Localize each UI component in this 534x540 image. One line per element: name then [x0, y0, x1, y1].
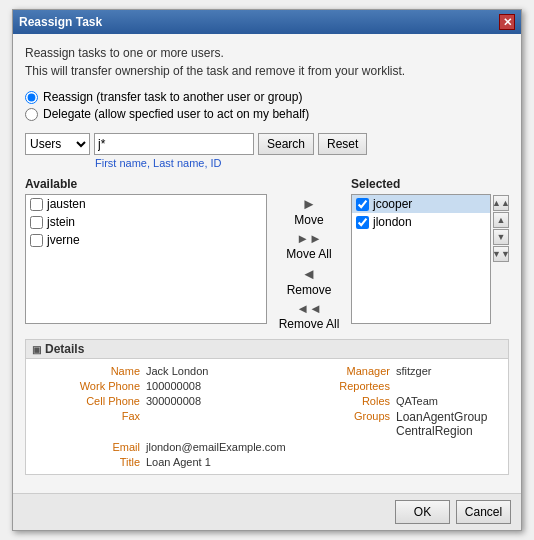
- search-hint: First name, Last name, ID: [95, 157, 509, 169]
- transfer-buttons: ► Move ►► Move All ◄ Remove ◄◄ Remove Al…: [273, 177, 345, 331]
- selected-item-label: jlondon: [373, 215, 412, 229]
- work-phone-value: 100000008: [146, 380, 326, 392]
- list-item[interactable]: jcooper: [352, 195, 490, 213]
- radio-delegate-label: Delegate (allow specfied user to act on …: [43, 107, 309, 121]
- available-label: Available: [25, 177, 267, 191]
- scroll-down-button[interactable]: ▼: [493, 229, 509, 245]
- reassign-task-dialog: Reassign Task ✕ Reassign tasks to one or…: [12, 9, 522, 531]
- search-type-select[interactable]: Users Groups: [25, 133, 90, 155]
- selected-item-check-jcooper[interactable]: [356, 198, 369, 211]
- email-value: jlondon@emailExample.com: [146, 441, 326, 453]
- title-value: Loan Agent 1: [146, 456, 326, 468]
- radio-group: Reassign (transfer task to another user …: [25, 90, 509, 121]
- details-title: Details: [45, 342, 84, 356]
- main-area: Available jausten jstein jverne: [25, 177, 509, 331]
- close-button[interactable]: ✕: [499, 14, 515, 30]
- name-value: Jack London: [146, 365, 326, 377]
- radio-reassign[interactable]: [25, 91, 38, 104]
- radio-row-delegate: Delegate (allow specfied user to act on …: [25, 107, 509, 121]
- dialog-body: Reassign tasks to one or more users. Thi…: [13, 34, 521, 493]
- work-phone-label: Work Phone: [36, 380, 146, 392]
- scroll-buttons: ▲▲ ▲ ▼ ▼▼: [493, 177, 509, 324]
- email-label: Email: [36, 441, 146, 453]
- details-header[interactable]: ▣ Details: [26, 340, 508, 359]
- selected-area: Selected jcooper jlondon ▲▲ ▲: [351, 177, 509, 324]
- details-body: Name Jack London Manager sfitzger Work P…: [26, 359, 508, 474]
- reset-button[interactable]: Reset: [318, 133, 367, 155]
- remove-all-button[interactable]: ◄◄ Remove All: [279, 301, 340, 331]
- available-list[interactable]: jausten jstein jverne: [25, 194, 267, 324]
- list-item[interactable]: jausten: [26, 195, 266, 213]
- radio-row-reassign: Reassign (transfer task to another user …: [25, 90, 509, 104]
- ok-button[interactable]: OK: [395, 500, 450, 524]
- available-item-check-jstein[interactable]: [30, 216, 43, 229]
- scroll-top-button[interactable]: ▲▲: [493, 195, 509, 211]
- selected-item-check-jlondon[interactable]: [356, 216, 369, 229]
- list-item[interactable]: jlondon: [352, 213, 490, 231]
- dialog-footer: OK Cancel: [13, 493, 521, 530]
- title-bar: Reassign Task ✕: [13, 10, 521, 34]
- selected-panel: Selected jcooper jlondon: [351, 177, 491, 324]
- available-panel: Available jausten jstein jverne: [25, 177, 267, 324]
- scroll-up-button[interactable]: ▲: [493, 212, 509, 228]
- title-label: Title: [36, 456, 146, 468]
- reportees-value: [396, 380, 498, 392]
- available-item-check-jausten[interactable]: [30, 198, 43, 211]
- manager-label: Manager: [326, 365, 396, 377]
- move-all-button[interactable]: ►► Move All: [286, 231, 331, 261]
- selected-label: Selected: [351, 177, 491, 191]
- description: Reassign tasks to one or more users. Thi…: [25, 44, 509, 80]
- search-input[interactable]: [94, 133, 254, 155]
- remove-label: Remove: [287, 283, 332, 297]
- search-row: Users Groups Search Reset: [25, 133, 509, 155]
- move-all-label: Move All: [286, 247, 331, 261]
- fax-value: [146, 410, 326, 438]
- groups-label: Groups: [326, 410, 396, 438]
- radio-reassign-label: Reassign (transfer task to another user …: [43, 90, 302, 104]
- available-item-label: jausten: [47, 197, 86, 211]
- description-line1: Reassign tasks to one or more users.: [25, 44, 509, 62]
- search-button[interactable]: Search: [258, 133, 314, 155]
- cancel-button[interactable]: Cancel: [456, 500, 511, 524]
- roles-label: Roles: [326, 395, 396, 407]
- roles-value: QATeam: [396, 395, 498, 407]
- list-item[interactable]: jstein: [26, 213, 266, 231]
- available-item-check-jverne[interactable]: [30, 234, 43, 247]
- cell-phone-value: 300000008: [146, 395, 326, 407]
- dialog-title: Reassign Task: [19, 15, 102, 29]
- available-item-label: jverne: [47, 233, 80, 247]
- details-section: ▣ Details Name Jack London Manager sfitz…: [25, 339, 509, 475]
- groups-value: LoanAgentGroup CentralRegion: [396, 410, 498, 438]
- name-label: Name: [36, 365, 146, 377]
- scroll-bottom-button[interactable]: ▼▼: [493, 246, 509, 262]
- selected-list[interactable]: jcooper jlondon: [351, 194, 491, 324]
- radio-delegate[interactable]: [25, 108, 38, 121]
- cell-phone-label: Cell Phone: [36, 395, 146, 407]
- list-item[interactable]: jverne: [26, 231, 266, 249]
- collapse-icon: ▣: [32, 344, 41, 355]
- manager-value: sfitzger: [396, 365, 498, 377]
- move-button[interactable]: ► Move: [294, 195, 323, 227]
- available-item-label: jstein: [47, 215, 75, 229]
- remove-all-label: Remove All: [279, 317, 340, 331]
- move-label: Move: [294, 213, 323, 227]
- description-line2: This will transfer ownership of the task…: [25, 62, 509, 80]
- remove-button[interactable]: ◄ Remove: [287, 265, 332, 297]
- reportees-label: Reportees: [326, 380, 396, 392]
- selected-item-label: jcooper: [373, 197, 412, 211]
- fax-label: Fax: [36, 410, 146, 438]
